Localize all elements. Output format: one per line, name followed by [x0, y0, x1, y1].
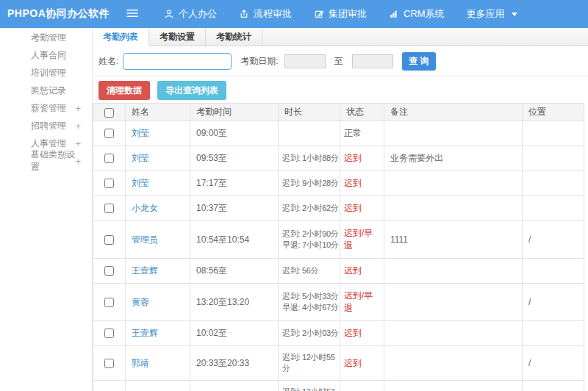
status-badge: 正常: [344, 128, 362, 138]
sidebar-item-reward-punish-records[interactable]: 奖惩记录: [0, 82, 92, 99]
row-checkbox[interactable]: [104, 266, 114, 276]
search-button[interactable]: 查 询: [402, 52, 436, 71]
row-select-cell: [93, 284, 126, 321]
status-badge: 迟到: [344, 358, 362, 368]
date-to-label: 至: [334, 55, 343, 68]
sidebar-item-label: 培训管理: [31, 67, 66, 79]
status-cell: 正常: [340, 121, 384, 146]
select-all-checkbox[interactable]: [104, 108, 114, 118]
row-checkbox[interactable]: [104, 179, 114, 188]
row-checkbox[interactable]: [104, 359, 114, 368]
duration-cell: 迟到: 2小时62分: [279, 196, 340, 221]
date-to-input[interactable]: [352, 54, 393, 68]
tab-attendance-setup[interactable]: 考勤设置: [149, 28, 206, 46]
nav-item-workflow-approval[interactable]: 流程审批: [228, 0, 303, 28]
time-cell: 10:37至: [190, 196, 279, 221]
table-row: 刘莹17:17至迟到: 9小时28分迟到: [93, 171, 584, 196]
note-cell: [384, 196, 523, 221]
row-select-cell: [93, 196, 126, 221]
nav-item-label: 个人办公: [179, 7, 217, 21]
employee-name-link[interactable]: 王壹辉: [132, 328, 158, 338]
employee-name-link[interactable]: 刘莹: [132, 128, 149, 138]
row-checkbox[interactable]: [104, 235, 114, 245]
name-cell: 小龙女: [126, 196, 190, 221]
location-cell: [523, 121, 584, 146]
clear-data-button[interactable]: 清理数据: [98, 81, 150, 100]
sidebar-item-label: 人事管理: [31, 137, 66, 150]
time-cell: 17:17至: [190, 171, 279, 196]
row-select-cell: [93, 221, 126, 259]
location-cell: /: [523, 284, 584, 321]
row-select-cell: [93, 171, 126, 196]
sidebar-item-label: 基础类别设置: [31, 148, 75, 173]
note-cell: [384, 346, 523, 381]
name-cell: 管理员: [126, 221, 190, 259]
sidebar-item-base-category-settings[interactable]: 基础类别设置+: [0, 152, 92, 170]
note-cell: [384, 121, 523, 146]
attendance-table: 姓名考勤时间时长状态备注位置 刘莹09:00至正常刘莹09:53至迟到: 1小时…: [93, 103, 584, 391]
table-row: 刘莹09:00至正常: [93, 121, 584, 146]
location-cell: [523, 259, 584, 284]
table-row: 王壹辉10:02至迟到: 2小时03分迟到: [93, 321, 584, 346]
name-input[interactable]: [123, 53, 232, 70]
nav-item-crm-system[interactable]: CRM系统: [378, 0, 456, 28]
employee-name-link[interactable]: 刘莹: [132, 153, 149, 163]
table-row: 管理员10:54至10:54迟到: 2小时90分 早退: 7小时10分迟到/早退…: [93, 221, 584, 259]
time-cell: 20:33至20:33: [190, 346, 279, 381]
menu-toggle-button[interactable]: [126, 8, 138, 21]
status-badge: 迟到: [344, 265, 362, 276]
employee-name-link[interactable]: 王壹辉: [132, 265, 158, 276]
status-badge: 迟到/早退: [344, 290, 373, 313]
tab-attendance-stats[interactable]: 考勤统计: [206, 28, 262, 46]
nav-item-more-apps[interactable]: 更多应用: [456, 0, 528, 28]
nav-item-label: CRM系统: [404, 7, 445, 21]
row-select-cell: [93, 146, 126, 171]
time-cell: 10:54至10:54: [190, 221, 279, 259]
status-cell: 迟到/早退: [340, 284, 384, 321]
column-header: 考勤时间: [190, 104, 279, 121]
sidebar-item-training-mgmt[interactable]: 培训管理: [0, 64, 92, 82]
row-select-cell: [93, 321, 126, 346]
status-cell: 迟到: [340, 146, 384, 171]
duration-cell: 迟到: 2小时90分 早退: 7小时10分: [279, 221, 340, 259]
filter-bar: 姓名: 考勤日期: 至 查 询: [93, 46, 588, 76]
table-row: 小龙女10:37至迟到: 2小时62分迟到: [93, 196, 584, 221]
time-cell: 09:53至: [190, 146, 279, 171]
nav-item-group-approval[interactable]: 集团审批: [303, 0, 378, 28]
sidebar-item-salary-mgmt[interactable]: 薪资管理+: [0, 99, 92, 117]
tab-attendance-list[interactable]: 考勤列表: [93, 28, 149, 46]
employee-name-link[interactable]: 黄蓉: [132, 297, 149, 307]
nav-item-personal-office[interactable]: 个人办公: [153, 0, 228, 28]
row-checkbox[interactable]: [104, 329, 114, 338]
app-logo: PHPOA协同办公软件: [0, 7, 110, 21]
date-from-input[interactable]: [284, 54, 326, 68]
status-badge: 迟到: [344, 203, 362, 213]
sidebar-item-label: 招聘管理: [31, 120, 66, 132]
note-cell: [384, 171, 523, 196]
sidebar-item-label: 人事合同: [31, 49, 66, 62]
sidebar-item-label: 薪资管理: [31, 102, 66, 115]
expand-plus-icon: +: [75, 156, 81, 167]
export-list-button[interactable]: 导出查询列表: [157, 81, 226, 100]
row-checkbox[interactable]: [104, 204, 114, 213]
chart-icon: [389, 9, 399, 19]
expand-plus-icon: +: [75, 121, 81, 132]
row-checkbox[interactable]: [104, 298, 114, 307]
sidebar-item-hr-contract[interactable]: 人事合同: [0, 46, 92, 64]
sidebar-item-recruit-mgmt[interactable]: 招聘管理+: [0, 117, 92, 134]
sidebar-item-attendance-mgmt[interactable]: 考勤管理: [0, 29, 92, 46]
duration-cell: 迟到: 9小时28分: [279, 171, 340, 196]
employee-name-link[interactable]: 小龙女: [132, 203, 158, 213]
column-header: 时长: [279, 104, 340, 121]
table-header-row: 姓名考勤时间时长状态备注位置: [93, 104, 584, 121]
employee-name-link[interactable]: 管理员: [132, 234, 158, 245]
note-cell: 1111: [384, 221, 523, 259]
row-checkbox[interactable]: [104, 154, 114, 163]
employee-name-link[interactable]: 刘莹: [132, 178, 149, 188]
name-cell: 郭靖: [126, 346, 190, 381]
duration-cell: 迟到: 56分: [279, 259, 340, 284]
status-cell: 迟到: [340, 171, 384, 196]
status-badge: 迟到/早退: [344, 228, 373, 251]
row-checkbox[interactable]: [104, 129, 114, 138]
employee-name-link[interactable]: 郭靖: [132, 358, 149, 368]
